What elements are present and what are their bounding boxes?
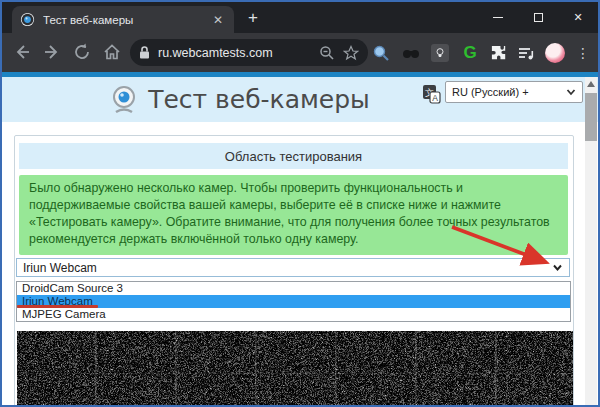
camera-select-value: Iriun Webcam: [23, 261, 97, 275]
bookmark-star-icon[interactable]: [343, 45, 359, 61]
minimize-button[interactable]: [478, 2, 518, 33]
title-bar: Тест веб-камеры ✕ + ✕: [2, 2, 598, 33]
maximize-button[interactable]: [518, 2, 558, 33]
page-title: Тест веб-камеры: [148, 85, 370, 114]
browser-window: Тест веб-камеры ✕ + ✕ ru.webcamtests.com: [0, 0, 600, 407]
tab-title: Тест веб-камеры: [43, 14, 210, 26]
close-button[interactable]: ✕: [558, 2, 598, 33]
scrollbar-thumb[interactable]: [585, 93, 597, 141]
g-extension-icon[interactable]: G: [461, 44, 479, 62]
chevron-down-icon: [566, 87, 576, 97]
tab-close-icon[interactable]: ✕: [210, 13, 226, 27]
chevron-down-icon[interactable]: [552, 262, 563, 273]
new-tab-button[interactable]: +: [242, 7, 264, 29]
page-scrollbar[interactable]: [585, 77, 597, 407]
url-text[interactable]: ru.webcamtests.com: [158, 46, 311, 60]
webcam-favicon-icon: [20, 12, 35, 27]
camera-option-droidcam[interactable]: DroidCam Source 3: [17, 282, 570, 295]
lock-icon: [139, 46, 150, 59]
testing-area-panel: Область тестирования Было обнаружено нес…: [14, 135, 574, 407]
zoom-out-icon[interactable]: [319, 45, 335, 61]
extensions-puzzle-icon[interactable]: [490, 44, 508, 62]
testing-area-title: Область тестирования: [19, 143, 568, 169]
minimize-icon: [493, 17, 503, 18]
page-content: Тест веб-камеры 文 A RU (Русский) + Облас…: [2, 72, 598, 407]
home-icon[interactable]: [102, 42, 122, 62]
address-bar[interactable]: ru.webcamtests.com: [130, 39, 368, 66]
playlist-extension-icon[interactable]: [517, 44, 535, 62]
scrollbar-up-icon[interactable]: [587, 81, 595, 87]
camera-option-mjpeg[interactable]: MJPEG Camera: [17, 308, 570, 321]
webcam-static-canvas: [17, 331, 573, 407]
webcam-logo-icon: [110, 85, 138, 115]
multiple-cameras-notice: Было обнаружено несколько камер. Чтобы п…: [19, 175, 568, 255]
translate-icon: 文 A: [422, 84, 441, 104]
browser-tab[interactable]: Тест веб-камеры ✕: [12, 6, 234, 33]
svg-text:A: A: [432, 93, 438, 103]
language-select-value: RU (Русский) +: [452, 86, 529, 98]
profile-avatar[interactable]: [545, 43, 565, 63]
window-controls: ✕: [478, 2, 598, 33]
search-extension-icon[interactable]: [372, 44, 390, 62]
language-select[interactable]: RU (Русский) +: [445, 81, 583, 103]
reload-icon[interactable]: [72, 42, 92, 62]
camera-option-iriun[interactable]: Iriun Webcam: [17, 295, 570, 308]
camera-select[interactable]: Iriun Webcam: [16, 258, 570, 277]
maximize-icon: [534, 13, 543, 22]
browser-menu-icon[interactable]: ⋮: [574, 44, 592, 62]
back-icon[interactable]: [12, 42, 32, 62]
binoculars-extension-icon[interactable]: [402, 44, 420, 62]
annotation-underline: [17, 305, 98, 308]
webcam-preview: [17, 331, 573, 407]
forward-icon[interactable]: [42, 42, 62, 62]
camera-select-dropdown: DroidCam Source 3 Iriun Webcam MJPEG Cam…: [16, 281, 571, 322]
lightbulb-extension-icon[interactable]: [431, 44, 449, 62]
